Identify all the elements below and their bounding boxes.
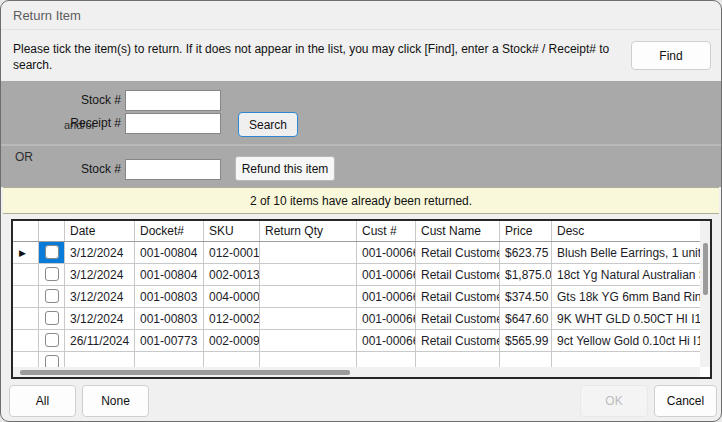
cust-no-cell[interactable]: 001-00066 xyxy=(357,242,416,264)
dialog-title: Return Item xyxy=(13,8,81,23)
checkbox-cell xyxy=(39,330,65,352)
table-row xyxy=(13,352,700,367)
cust-name-cell[interactable]: Retail Customer xyxy=(416,286,500,308)
return-qty-cell[interactable] xyxy=(260,308,357,330)
column-header-cust-name[interactable]: Cust Name xyxy=(416,221,500,241)
row-selector[interactable] xyxy=(13,264,39,286)
refund-stock-number-input[interactable] xyxy=(125,159,221,180)
date-cell[interactable]: 26/11/2024 xyxy=(65,330,135,352)
docket-cell[interactable]: 001-00804 xyxy=(135,242,204,264)
table-row: 26/11/2024001-00773002-00090001-00066Ret… xyxy=(13,330,700,352)
column-header-desc[interactable]: Desc xyxy=(552,221,700,241)
return-qty-cell[interactable] xyxy=(260,330,357,352)
column-header-price[interactable]: Price xyxy=(500,221,552,241)
row-selector[interactable] xyxy=(13,330,39,352)
price-cell[interactable]: $623.75 xyxy=(500,242,552,264)
vertical-scrollbar[interactable] xyxy=(700,221,710,367)
row-selector[interactable] xyxy=(13,352,39,367)
find-button[interactable]: Find xyxy=(631,41,711,70)
all-button[interactable]: All xyxy=(9,385,76,417)
row-selector[interactable] xyxy=(13,286,39,308)
cust-name-cell[interactable] xyxy=(416,352,500,367)
row-checkbox[interactable] xyxy=(45,289,59,303)
cust-no-cell[interactable]: 001-00066 xyxy=(357,286,416,308)
items-grid: DateDocket#SKUReturn QtyCust #Cust NameP… xyxy=(11,219,712,379)
refund-this-item-button[interactable]: Refund this item xyxy=(235,156,335,181)
price-cell[interactable]: $565.99 xyxy=(500,330,552,352)
sku-cell[interactable]: 004-00003 xyxy=(204,286,260,308)
cust-no-cell[interactable]: 001-00066 xyxy=(357,264,416,286)
desc-cell[interactable]: 9ct Yellow Gold 0.10ct Hi I1 Di xyxy=(552,330,700,352)
price-cell[interactable]: $647.60 xyxy=(500,308,552,330)
cust-no-cell[interactable]: 001-00066 xyxy=(357,330,416,352)
sku-cell[interactable]: 012-00024 xyxy=(204,308,260,330)
none-button[interactable]: None xyxy=(82,385,149,417)
price-cell[interactable] xyxy=(500,352,552,367)
date-cell[interactable] xyxy=(65,352,135,367)
date-cell[interactable]: 3/12/2024 xyxy=(65,242,135,264)
sku-cell[interactable]: 012-00016 xyxy=(204,242,260,264)
row-checkbox[interactable] xyxy=(45,267,59,281)
sku-cell[interactable] xyxy=(204,352,260,367)
return-qty-cell[interactable] xyxy=(260,352,357,367)
sku-cell[interactable]: 002-00139 xyxy=(204,264,260,286)
status-message: 2 of 10 items have already been returned… xyxy=(250,194,472,208)
instruction-text: Please tick the item(s) to return. If it… xyxy=(13,41,613,73)
desc-cell[interactable] xyxy=(552,352,700,367)
docket-cell[interactable]: 001-00804 xyxy=(135,264,204,286)
horizontal-scrollbar[interactable] xyxy=(13,367,700,377)
row-checkbox[interactable] xyxy=(45,311,59,325)
column-header-sku[interactable]: SKU xyxy=(204,221,260,241)
price-cell[interactable]: $374.50 xyxy=(500,286,552,308)
search-button[interactable]: Search xyxy=(238,112,298,137)
column-header-date[interactable]: Date xyxy=(65,221,135,241)
horizontal-scrollbar-thumb[interactable] xyxy=(20,370,350,375)
column-header-cust-[interactable]: Cust # xyxy=(357,221,416,241)
row-selector[interactable] xyxy=(13,308,39,330)
checkbox-cell xyxy=(39,286,65,308)
cust-name-cell[interactable]: Retail Customer xyxy=(416,308,500,330)
status-bar: 2 of 10 items have already been returned… xyxy=(3,187,719,214)
date-cell[interactable]: 3/12/2024 xyxy=(65,308,135,330)
column-header-return-qty[interactable]: Return Qty xyxy=(260,221,357,241)
row-checkbox[interactable] xyxy=(45,245,59,259)
stock-number-input[interactable] xyxy=(125,90,221,111)
return-qty-cell[interactable] xyxy=(260,264,357,286)
column-header-blank-1[interactable] xyxy=(39,221,65,241)
desc-cell[interactable]: 9K WHT GLD 0.50CT HI I1 DI xyxy=(552,308,700,330)
table-row: ▶3/12/2024001-00804012-00016001-00066Ret… xyxy=(13,242,700,264)
date-cell[interactable]: 3/12/2024 xyxy=(65,286,135,308)
return-qty-cell[interactable] xyxy=(260,242,357,264)
checkbox-cell xyxy=(39,352,65,367)
docket-cell[interactable] xyxy=(135,352,204,367)
docket-cell[interactable]: 001-00803 xyxy=(135,286,204,308)
docket-cell[interactable]: 001-00803 xyxy=(135,308,204,330)
ok-button[interactable]: OK xyxy=(580,385,648,417)
return-item-dialog: Return Item Please tick the item(s) to r… xyxy=(0,0,722,422)
docket-cell[interactable]: 001-00773 xyxy=(135,330,204,352)
column-header-docket-[interactable]: Docket# xyxy=(135,221,204,241)
vertical-scrollbar-thumb[interactable] xyxy=(703,243,708,295)
cust-no-cell[interactable] xyxy=(357,352,416,367)
receipt-number-label: Receipt # xyxy=(3,116,121,130)
cust-no-cell[interactable]: 001-00066 xyxy=(357,308,416,330)
sku-cell[interactable]: 002-00090 xyxy=(204,330,260,352)
column-header-blank-0[interactable] xyxy=(13,221,39,241)
cust-name-cell[interactable]: Retail Customer xyxy=(416,264,500,286)
search-panel xyxy=(1,81,721,144)
row-selector[interactable]: ▶ xyxy=(13,242,39,264)
price-cell[interactable]: $1,875.00 xyxy=(500,264,552,286)
row-checkbox[interactable] xyxy=(45,333,59,347)
desc-cell[interactable]: 18ct Yg Natural Australian Sap xyxy=(552,264,700,286)
cust-name-cell[interactable]: Retail Customer xyxy=(416,242,500,264)
row-checkbox[interactable] xyxy=(45,355,59,367)
receipt-number-input[interactable] xyxy=(125,113,221,134)
cancel-button[interactable]: Cancel xyxy=(654,385,717,417)
table-row: 3/12/2024001-00803004-00003001-00066Reta… xyxy=(13,286,700,308)
refund-stock-number-label: Stock # xyxy=(3,162,121,176)
cust-name-cell[interactable]: Retail Customer xyxy=(416,330,500,352)
desc-cell[interactable]: Gts 18k YG 6mm Band Ring, 1 xyxy=(552,286,700,308)
date-cell[interactable]: 3/12/2024 xyxy=(65,264,135,286)
desc-cell[interactable]: Blush Belle Earrings, 1 unit(s) xyxy=(552,242,700,264)
return-qty-cell[interactable] xyxy=(260,286,357,308)
